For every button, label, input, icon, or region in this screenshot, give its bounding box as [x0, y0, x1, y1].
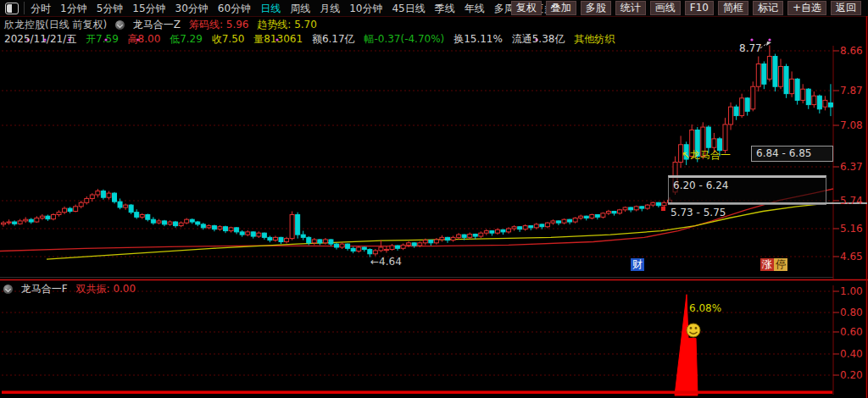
- candle-body: [534, 224, 538, 228]
- candle-body: [279, 237, 283, 241]
- volume-value: 量813061: [253, 33, 303, 45]
- action-button-简框[interactable]: 简框: [718, 1, 748, 15]
- candle-body: [346, 244, 350, 248]
- candle-body: [101, 191, 105, 198]
- candle-body: [773, 57, 777, 87]
- candle-body: [823, 100, 827, 107]
- annotation-range-line: 5.73 - 5.75: [668, 202, 867, 218]
- trading-app-window: 分时1分钟5分钟15分钟30分钟60分钟日线周线月线10分钟45日线季线年线多周…: [0, 0, 868, 398]
- action-button-F10[interactable]: F10: [685, 1, 714, 15]
- action-button-复权[interactable]: 复权: [511, 1, 542, 15]
- period-tab-5分钟[interactable]: 5分钟: [97, 2, 124, 16]
- candle-body: [96, 191, 100, 195]
- candle-body: [273, 237, 277, 240]
- period-tab-月线[interactable]: 月线: [320, 2, 340, 16]
- candle-body: [562, 219, 566, 223]
- period-tab-季线[interactable]: 季线: [435, 2, 455, 16]
- candle-body: [312, 240, 316, 243]
- candle-body: [329, 240, 333, 244]
- period-tab-年线[interactable]: 年线: [465, 2, 485, 16]
- candle-body: [79, 202, 83, 207]
- candle-body: [468, 234, 472, 237]
- badge-cai-char: 财: [631, 258, 644, 271]
- sub-axis-label: 0.60: [840, 326, 863, 338]
- candle-body: [46, 216, 50, 218]
- period-tab-45日线[interactable]: 45日线: [392, 2, 425, 16]
- candle-body: [185, 219, 189, 223]
- candle-body: [190, 219, 194, 222]
- price-axis-label: 6.37: [840, 161, 863, 173]
- candle-body: [235, 228, 239, 232]
- period-tab-15分钟[interactable]: 15分钟: [132, 2, 165, 16]
- candle-body: [2, 223, 6, 224]
- candle-body: [706, 127, 710, 147]
- period-tab-周线[interactable]: 周线: [290, 2, 310, 16]
- candle-body: [240, 232, 244, 235]
- period-tab-10分钟[interactable]: 10分钟: [349, 2, 382, 16]
- candle-body: [340, 244, 344, 247]
- candle-body: [484, 231, 488, 234]
- sub-indicator-name[interactable]: 龙马合一F: [21, 283, 68, 295]
- candle-body: [212, 226, 216, 229]
- action-button-返回[interactable]: 返回: [831, 1, 861, 15]
- collapse-sub-indicator-icon[interactable]: [3, 285, 13, 294]
- price-axis-label: 5.16: [840, 223, 863, 235]
- main-indicator-name[interactable]: 龙马合一Z: [133, 19, 181, 30]
- action-buttons: 复权叠加多股统计画线F10简框标记+自选返回: [511, 1, 861, 15]
- candle-body: [751, 86, 755, 109]
- candle-body: [262, 233, 266, 237]
- candle-body: [495, 229, 499, 233]
- price-axis-label: 5.74: [840, 195, 863, 207]
- annotation-indicator-note: ↖龙马合一: [682, 148, 731, 163]
- candle-body: [401, 245, 405, 248]
- candle-body: [790, 79, 794, 93]
- candle-body: [590, 215, 594, 218]
- signal-dot: [750, 38, 753, 41]
- collapse-indicator-icon[interactable]: [115, 20, 125, 30]
- sub-axis-label: 0.20: [840, 369, 863, 381]
- action-button-+自选[interactable]: +自选: [787, 1, 826, 15]
- badge-cai[interactable]: 财: [631, 258, 644, 271]
- candle-body: [446, 237, 450, 240]
- candle-body: [418, 243, 422, 246]
- signal-percent-label: 6.08%: [689, 302, 721, 314]
- candle-body: [573, 218, 577, 222]
- candle-body: [557, 221, 561, 223]
- badge-zhangting[interactable]: 涨停: [760, 258, 787, 271]
- period-tab-分时[interactable]: 分时: [31, 2, 51, 16]
- candle-body: [35, 218, 39, 222]
- candle-body: [174, 222, 178, 226]
- period-tab-60分钟[interactable]: 60分钟: [218, 2, 251, 16]
- period-tab-日线[interactable]: 日线: [260, 2, 281, 16]
- low-value: 低7.29: [170, 33, 203, 45]
- candle-body: [662, 202, 666, 205]
- period-tab-1分钟[interactable]: 1分钟: [60, 2, 87, 16]
- window-panel-icon[interactable]: [5, 3, 19, 14]
- period-tab-30分钟[interactable]: 30分钟: [175, 2, 209, 16]
- action-button-多股[interactable]: 多股: [581, 1, 611, 15]
- candle-body: [251, 232, 255, 236]
- candle-body: [179, 223, 183, 225]
- candle-body: [779, 66, 783, 86]
- industry-label[interactable]: 其他纺织: [574, 33, 615, 45]
- price-axis-label: 7.87: [840, 85, 863, 97]
- candle-body: [618, 210, 622, 213]
- candle-body: [379, 247, 383, 251]
- candle-body: [168, 222, 172, 224]
- action-button-标记[interactable]: 标记: [753, 1, 783, 15]
- menubar-divider: [24, 2, 25, 14]
- action-button-统计[interactable]: 统计: [615, 1, 646, 15]
- candle-body: [140, 215, 144, 218]
- candle-body: [124, 205, 128, 207]
- candle-body: [318, 240, 322, 243]
- candle-body: [423, 240, 427, 243]
- action-button-画线[interactable]: 画线: [650, 1, 681, 15]
- trend-line-value: 趋势线: 5.70: [257, 19, 317, 30]
- candle-body: [18, 221, 22, 224]
- candle-body: [740, 98, 744, 116]
- badge-zhangting-char: 停: [774, 258, 787, 271]
- candle-body: [29, 219, 33, 222]
- candle-body: [40, 216, 44, 218]
- action-button-叠加[interactable]: 叠加: [546, 1, 576, 15]
- candle-body: [118, 202, 122, 207]
